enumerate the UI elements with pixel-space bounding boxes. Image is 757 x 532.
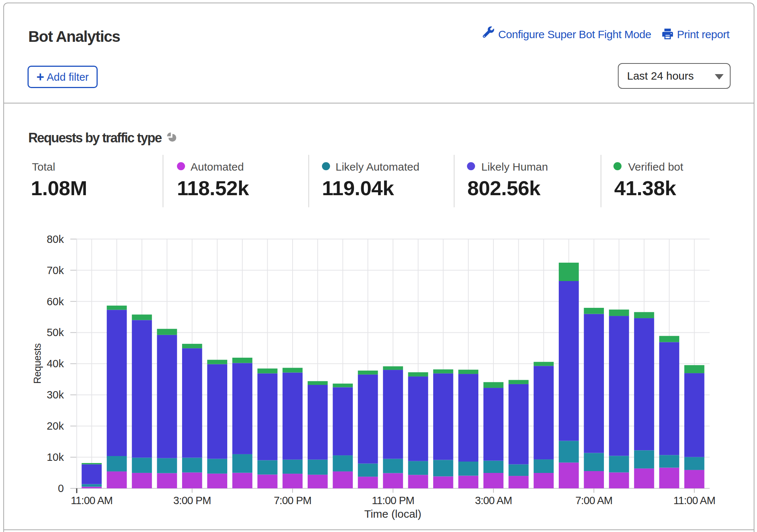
svg-text:Requests: Requests bbox=[32, 343, 43, 384]
svg-text:60k: 60k bbox=[47, 296, 64, 307]
svg-text:7:00 PM: 7:00 PM bbox=[274, 495, 311, 506]
svg-text:80k: 80k bbox=[47, 233, 64, 245]
svg-text:11:00 PM: 11:00 PM bbox=[372, 495, 414, 506]
svg-text:20k: 20k bbox=[47, 420, 64, 432]
svg-text:11:00 AM: 11:00 AM bbox=[673, 495, 715, 506]
svg-text:40k: 40k bbox=[47, 358, 64, 369]
svg-text:10k: 10k bbox=[47, 451, 64, 463]
svg-text:Time (local): Time (local) bbox=[364, 508, 421, 520]
svg-text:70k: 70k bbox=[47, 265, 64, 276]
svg-text:7:00 AM: 7:00 AM bbox=[575, 495, 612, 506]
svg-text:0: 0 bbox=[58, 482, 64, 494]
svg-text:50k: 50k bbox=[47, 327, 64, 338]
svg-text:3:00 PM: 3:00 PM bbox=[173, 495, 211, 506]
svg-text:30k: 30k bbox=[47, 389, 64, 401]
svg-text:3:00 AM: 3:00 AM bbox=[475, 495, 512, 506]
svg-text:11:00 AM: 11:00 AM bbox=[71, 495, 113, 506]
